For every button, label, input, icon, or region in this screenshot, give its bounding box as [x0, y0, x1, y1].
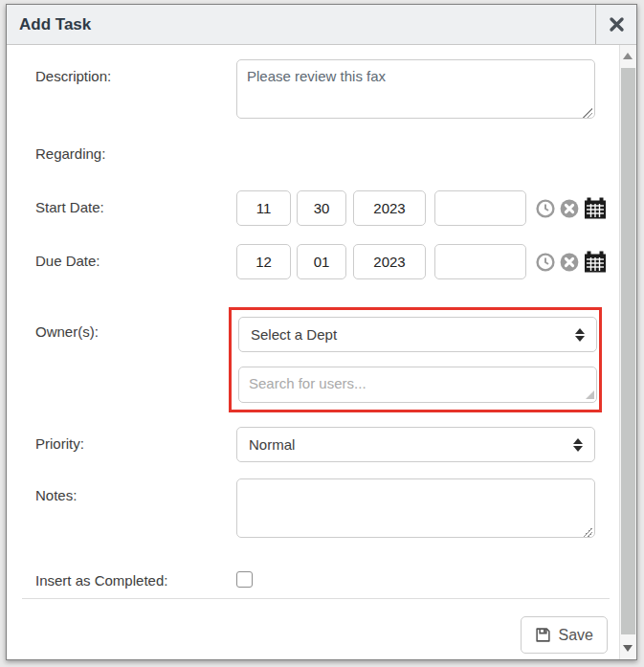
description-row: Description: Please review this fax: [35, 59, 617, 122]
scrollbar-thumb[interactable]: [621, 68, 635, 634]
resize-handle-icon[interactable]: [586, 390, 594, 399]
start-clock-icon[interactable]: [536, 199, 555, 218]
due-day-input[interactable]: [297, 244, 346, 279]
regarding-row: Regarding:: [35, 145, 617, 162]
due-clear-icon[interactable]: [560, 253, 579, 272]
start-month-input[interactable]: [236, 190, 291, 226]
start-day-input[interactable]: [297, 190, 346, 226]
close-icon: [609, 16, 625, 33]
due-calendar-icon[interactable]: [584, 251, 607, 273]
notes-input[interactable]: [236, 478, 595, 538]
due-date-label: Due Date:: [35, 244, 236, 269]
user-search-input[interactable]: [238, 367, 597, 403]
priority-select-value: Normal: [249, 436, 573, 453]
due-time-input[interactable]: [434, 244, 526, 279]
priority-row: Priority: Normal: [35, 427, 617, 462]
priority-select[interactable]: Normal: [236, 427, 595, 462]
dialog-title: Add Task: [7, 5, 595, 44]
resize-handle-icon[interactable]: [583, 527, 592, 537]
description-input[interactable]: Please review this fax: [236, 59, 595, 119]
due-clock-icon[interactable]: [536, 253, 555, 272]
owners-label: Owner(s):: [35, 307, 236, 340]
due-month-input[interactable]: [236, 244, 291, 279]
dialog-body: Description: Please review this fax Rega…: [7, 45, 636, 659]
start-date-row: Start Date:: [35, 190, 617, 226]
start-time-input[interactable]: [434, 190, 526, 226]
save-button-label: Save: [559, 627, 593, 644]
close-button[interactable]: [595, 5, 636, 44]
vertical-scrollbar[interactable]: [619, 45, 636, 659]
save-floppy-icon: [535, 627, 551, 643]
dept-select[interactable]: Select a Dept: [238, 317, 597, 352]
save-button[interactable]: Save: [521, 616, 608, 654]
select-caret-icon: [575, 328, 585, 342]
priority-label: Priority:: [35, 427, 236, 452]
due-date-row: Due Date:: [35, 244, 617, 279]
footer-divider: [22, 598, 610, 599]
due-year-input[interactable]: [353, 244, 426, 279]
owners-highlight-annotation: Select a Dept: [229, 307, 602, 412]
add-task-dialog: Add Task Description: Please review this…: [6, 4, 637, 660]
scroll-up-arrow-icon[interactable]: [623, 53, 633, 59]
insert-completed-label: Insert as Completed:: [35, 564, 236, 589]
regarding-label: Regarding:: [35, 145, 236, 162]
description-label: Description:: [35, 59, 236, 84]
dept-select-value: Select a Dept: [251, 326, 575, 343]
notes-row: Notes:: [35, 478, 617, 542]
notes-label: Notes:: [35, 478, 236, 503]
owners-row: Owner(s): Select a Dept: [35, 307, 617, 412]
insert-completed-checkbox[interactable]: [236, 571, 253, 588]
start-year-input[interactable]: [353, 190, 426, 226]
page-background: Add Task Description: Please review this…: [0, 0, 644, 667]
dialog-header: Add Task: [7, 5, 636, 45]
select-caret-icon: [573, 438, 583, 452]
scroll-down-arrow-icon[interactable]: [623, 645, 633, 652]
start-calendar-icon[interactable]: [584, 197, 607, 219]
insert-completed-row: Insert as Completed:: [35, 564, 617, 591]
start-date-label: Start Date:: [35, 190, 236, 215]
dialog-footer: Save: [521, 616, 608, 654]
resize-handle-icon[interactable]: [583, 108, 592, 118]
start-clear-icon[interactable]: [560, 199, 579, 218]
